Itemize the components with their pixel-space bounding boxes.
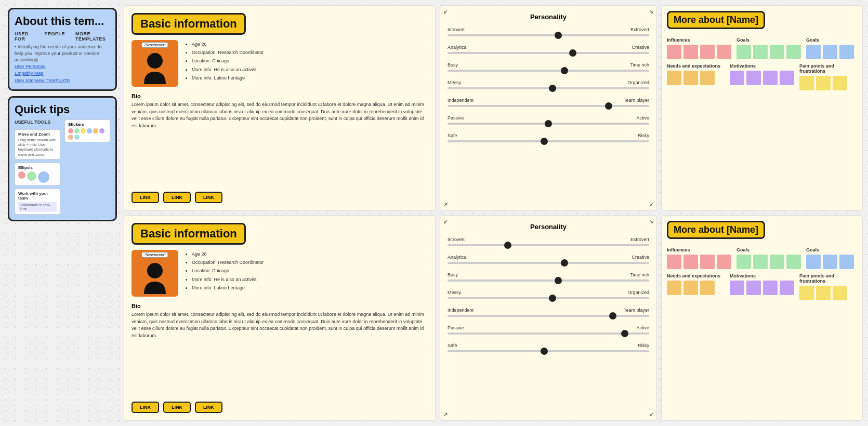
goals-right-section-bottom: Goals (806, 247, 857, 269)
basic-info-label-top: Basic information (131, 13, 246, 35)
bio-text-top: Lorem ipsum dolor sit amet, consectetur … (131, 101, 428, 129)
slider-track-2-top[interactable] (448, 52, 649, 54)
label-people: PEOPLE (44, 31, 65, 42)
about-links[interactable]: User Personas Empathy Map User Interview… (15, 63, 110, 85)
quick-tips-inner: USEFUL TOOLS Move and Zoom Drag items ar… (15, 119, 110, 214)
sticky-pink-3 (700, 45, 715, 59)
tip-team: Work with your team Collaborate in real-… (15, 189, 60, 215)
goals-right-title-bottom: Goals (806, 247, 857, 252)
sticky-purple-2 (746, 71, 761, 85)
influences-stickies-bottom (667, 255, 731, 269)
link-user-interview[interactable]: User Interview TEMPLATE (15, 77, 110, 85)
label-used-for: USED FOR (15, 31, 34, 42)
sticker-dot-7 (68, 135, 73, 140)
corner-tl-top: ↙ (443, 9, 448, 15)
bio-section-bottom: Bio Lorem ipsum dolor sit amet, consecte… (131, 303, 428, 339)
slider-track-3-top[interactable] (448, 70, 649, 72)
tip-team-title: Work with your team (18, 191, 57, 201)
avatar-svg-top (139, 50, 170, 87)
sticky-purple-3 (763, 71, 778, 85)
slider-track-1-top[interactable] (448, 34, 649, 36)
slider-track-4-top[interactable] (448, 87, 649, 89)
sticky-blue-b1 (806, 255, 821, 269)
slider-row-analytical-top: AnalyticalCreative (448, 45, 649, 55)
avatar-svg-bottom (139, 260, 170, 297)
slider-track-1-bottom[interactable] (448, 244, 649, 246)
motivations-section-top: Motivations (730, 63, 794, 90)
card-btn-1-bottom[interactable]: LINK (131, 402, 159, 413)
about-sub: • Identifying the needs of your audience… (15, 44, 110, 84)
sticky-blue-b2 (823, 255, 837, 269)
tip-ellipsis-title: Ellipsis (18, 165, 57, 170)
corner-br-bottom: ↙ (649, 411, 653, 417)
motivations-title-top: Motivations (730, 63, 794, 69)
slider-track-7-bottom[interactable] (448, 350, 649, 352)
slider-track-7-top[interactable] (448, 140, 649, 142)
basic-info-label-bottom: Basic information (131, 223, 246, 245)
more-about-bottom-grid-bottom: Needs and expectations Motivations (667, 273, 857, 300)
needs-title-top: Needs and expectations (667, 63, 725, 69)
slider-row-introvert-bottom: IntrovertExtrovert (448, 237, 649, 247)
avatar-top: "Researcher" (131, 40, 178, 87)
sticky-green-1 (737, 45, 751, 59)
card-btn-1-top[interactable]: LINK (131, 192, 159, 203)
sticky-purple-b1 (730, 281, 744, 295)
more-about-wrapper-top: More about [Name] Influences (661, 5, 863, 211)
tip-move-zoom: Move and Zoom Drag items around with cli… (15, 129, 60, 159)
corner-tr-bottom: ↘ (649, 219, 653, 224)
tip-ellipsis: Ellipsis (15, 163, 60, 185)
slider-track-4-bottom[interactable] (448, 297, 649, 299)
about-sub-text: • Identifying the needs of your audience… (15, 44, 110, 63)
info-item-2-bottom: Occupation: Research Coordinator (192, 258, 264, 267)
sticker-dots (68, 128, 107, 140)
card-btn-3-bottom[interactable]: LINK (195, 402, 222, 413)
slider-row-busy-top: BusyTime rich (448, 62, 649, 73)
needs-title-bottom: Needs and expectations (667, 273, 725, 278)
card-btn-3-top[interactable]: LINK (195, 192, 222, 203)
needs-section-bottom: Needs and expectations (667, 273, 725, 300)
sticky-pink-b3 (700, 255, 715, 269)
sticky-pink-b2 (683, 255, 698, 269)
tip-move-zoom-desc: Drag items around with click + hold. Use… (18, 138, 57, 156)
pain-title-top: Pain points and frustrations (799, 63, 857, 74)
sidebar: About this tem... USED FOR PEOPLE MORE T… (5, 5, 120, 421)
slider-track-5-top[interactable] (448, 105, 649, 107)
sticker-dot-4 (87, 128, 92, 134)
info-item-4-bottom: More info: He is also an activist (192, 275, 264, 284)
slider-track-2-bottom[interactable] (448, 262, 649, 264)
slider-track-3-bottom[interactable] (448, 279, 649, 282)
sticky-yellow-b2 (816, 286, 831, 300)
card-btn-2-bottom[interactable]: LINK (163, 402, 191, 413)
slider-track-5-bottom[interactable] (448, 315, 649, 317)
basic-info-card-bottom: Basic information "Researcher" Age 26 Oc… (124, 215, 436, 421)
bio-section-top: Bio Lorem ipsum dolor sit amet, consecte… (131, 93, 428, 129)
info-item-5-bottom: More info: Latino heritage (192, 284, 264, 292)
pain-section-top: Pain points and frustrations (799, 63, 857, 90)
goals-right-title-top: Goals (806, 37, 857, 43)
sticky-yellow-b1 (799, 286, 814, 300)
link-empathy-map[interactable]: Empathy Map (15, 70, 110, 77)
card-btn-2-top[interactable]: LINK (163, 192, 191, 203)
slider-row-passive-bottom: PassiveActive (448, 325, 649, 336)
sticky-yellow-1 (799, 76, 814, 90)
sticky-blue-2 (823, 45, 837, 59)
slider-row-safe-bottom: SafeRisky (448, 343, 649, 353)
influences-title-top: Influences (667, 37, 731, 43)
slider-track-6-bottom[interactable] (448, 332, 649, 335)
personality-card-bottom: ↙ ↘ ↗ ↙ Personality IntrovertExtrovert A… (440, 215, 657, 421)
goals-section-top: Goals (737, 37, 801, 59)
sticky-yellow-2 (816, 76, 831, 90)
content-area: Basic information "Researcher" Age 26 Oc… (124, 5, 863, 421)
sticky-green-b3 (770, 255, 784, 269)
basic-info-top-bottom: "Researcher" Age 26 Occupation: Research… (131, 250, 428, 297)
slider-group-bottom: IntrovertExtrovert AnalyticalCreative Bu… (448, 237, 649, 353)
link-user-personas[interactable]: User Personas (15, 63, 110, 71)
card-buttons-top: LINK LINK LINK (131, 192, 428, 203)
tips-right: Stickers (64, 119, 110, 214)
sticky-purple-4 (780, 71, 794, 85)
about-row-labels: USED FOR PEOPLE MORE TEMPLATES (15, 31, 110, 42)
more-about-card-bottom: More about [Name] Influences (661, 215, 863, 421)
slider-row-safe-top: SafeRisky (448, 133, 649, 143)
sticky-green-b4 (786, 255, 801, 269)
slider-track-6-top[interactable] (448, 123, 649, 125)
